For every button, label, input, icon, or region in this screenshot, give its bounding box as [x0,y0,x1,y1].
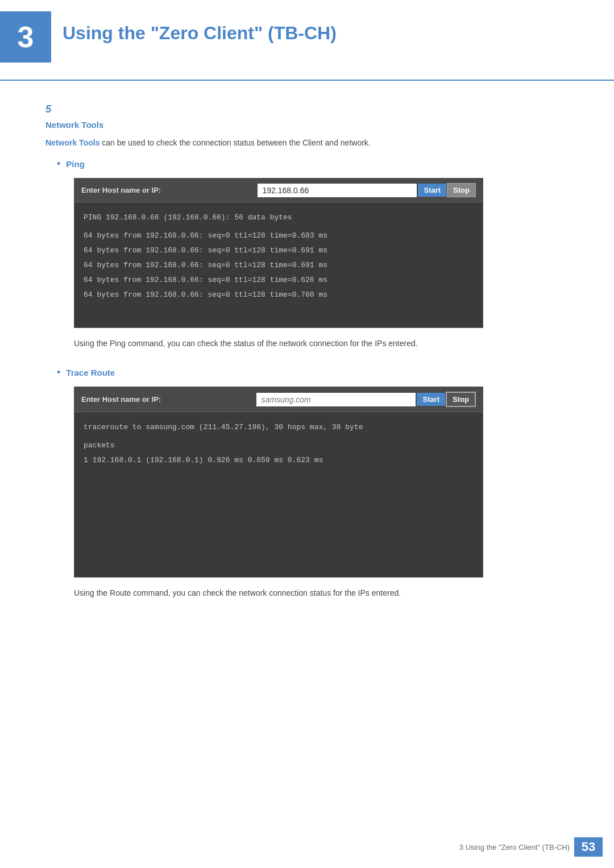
page-number: 53 [574,837,603,857]
trace-line-1: packets [84,438,474,453]
trace-route-terminal: Enter Host name or IP: Start Stop tracer… [74,387,483,578]
ping-line-3: 64 bytes from 192.168.0.66: seq=0 ttl=12… [84,258,474,273]
ping-section: • Ping Enter Host name or IP: Start Stop… [45,159,580,351]
trace-line-3: 1 192.168.0.1 (192.168.0.1) 0.926 ms 0.6… [84,453,474,468]
ping-line-5: 64 bytes from 192.168.0.66: seq=0 ttl=12… [84,288,474,302]
chapter-badge: 3 [0,11,51,63]
trace-route-bullet-label: Trace Route [66,368,115,377]
footer-text: 3 Using the "Zero Client" (TB-CH) [459,843,570,852]
ping-terminal-header: Enter Host name or IP: Start Stop [74,178,483,202]
trace-route-terminal-header: Enter Host name or IP: Start Stop [74,387,483,412]
ping-stop-button[interactable]: Stop [447,183,476,197]
ping-line-2: 64 bytes from 192.168.0.66: seq=0 ttl=12… [84,243,474,258]
trace-route-stop-button[interactable]: Stop [446,392,476,407]
ping-start-button[interactable]: Start [418,184,446,197]
page-header: 3 Using the "Zero Client" (TB-CH) [0,0,614,81]
section-number: 5 [45,103,580,115]
ping-terminal: Enter Host name or IP: Start Stop PING 1… [74,178,483,328]
trace-line-0: traceroute to samsung.com (211.45.27.198… [84,420,474,435]
main-content: 5 Network Tools Network Tools can be use… [0,103,614,651]
ping-bullet-label: Ping [66,159,85,169]
ping-host-input[interactable] [258,184,417,197]
trace-route-start-button[interactable]: Start [417,393,445,406]
trace-route-host-input[interactable] [256,393,416,406]
chapter-number: 3 [18,20,34,54]
trace-route-terminal-label: Enter Host name or IP: [81,395,256,404]
ping-below-description: Using the Ping command, you can check th… [74,337,472,351]
ping-line-4: 64 bytes from 192.168.0.66: seq=0 ttl=12… [84,273,474,288]
ping-line-1: 64 bytes from 192.168.0.66: seq=0 ttl=12… [84,229,474,243]
ping-bullet-dot: • [57,158,60,170]
ping-bullet-item: • Ping [57,159,580,170]
trace-route-bullet-item: • Trace Route [57,368,580,379]
trace-route-section: • Trace Route Enter Host name or IP: Sta… [45,368,580,600]
section-description: Network Tools can be used to check the c… [45,136,580,149]
section-highlight: Network Tools [45,138,99,147]
ping-terminal-body: PING 192.168.0.66 (192.168.0.66): 56 dat… [74,202,483,327]
trace-route-bullet-dot: • [57,367,60,379]
page-title: Using the "Zero Client" (TB-CH) [63,11,337,44]
ping-terminal-label: Enter Host name or IP: [81,186,258,194]
section-title: Network Tools [45,120,580,130]
page-footer: 3 Using the "Zero Client" (TB-CH) 53 [0,837,614,857]
trace-route-terminal-body: traceroute to samsung.com (211.45.27.198… [74,412,483,577]
trace-route-below-description: Using the Route command, you can check t… [74,587,472,600]
ping-line-0: PING 192.168.0.66 (192.168.0.66): 56 dat… [84,210,474,225]
